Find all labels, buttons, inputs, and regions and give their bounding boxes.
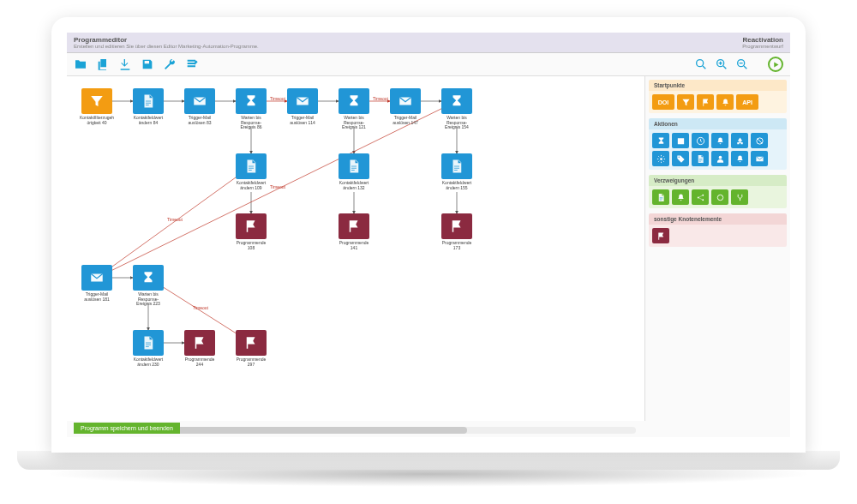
flag-icon [441, 213, 472, 239]
download-icon[interactable] [118, 57, 132, 71]
flag-icon [236, 213, 267, 239]
flow-node[interactable]: Programmende 141 [336, 213, 372, 250]
palette-mail-icon[interactable] [751, 151, 768, 166]
palette-group-title: Aktionen [649, 118, 787, 129]
file-icon [339, 153, 369, 179]
flow-node[interactable]: Trigger-Mail auslösen 147 [387, 88, 423, 125]
page-subtitle: Erstellen und editieren Sie über diesen … [74, 44, 259, 49]
svg-point-24 [660, 158, 662, 160]
node-label: Kontaktfeldwert ändern 109 [233, 181, 269, 190]
run-button[interactable] [768, 57, 783, 72]
node-label: Warten bis Response-Ereignis 223 [130, 292, 166, 307]
palette-bell-icon[interactable] [672, 189, 689, 205]
palette-tree-icon[interactable] [731, 133, 748, 148]
mail-icon [184, 88, 215, 114]
edge-label: Timeout [193, 305, 208, 310]
save-icon[interactable] [141, 57, 154, 71]
flow-node[interactable]: Trigger-Mail auslösen 114 [285, 88, 321, 125]
palette-clock-icon[interactable] [692, 133, 709, 148]
palette-split-icon[interactable] [731, 189, 748, 205]
palette-bell2-icon[interactable] [731, 151, 748, 166]
flow-node[interactable]: Programmende 244 [182, 330, 218, 367]
palette-bell-icon[interactable] [711, 133, 728, 148]
hourglass-icon [236, 88, 267, 114]
save-and-close-button[interactable]: Programm speichern und beenden [74, 423, 180, 434]
palette-funnel-icon[interactable] [677, 94, 694, 110]
palette-flag-icon[interactable] [652, 228, 669, 243]
folder-icon[interactable] [74, 57, 87, 71]
flow-node[interactable]: Programmende 297 [233, 330, 269, 367]
wrench-icon[interactable] [163, 57, 177, 71]
palette-sidebar: StartpunkteDOIAPIAktionenVerzweigungenso… [644, 76, 790, 421]
palette-share-icon[interactable] [692, 189, 709, 205]
flow-node[interactable]: Kontaktfeldwert ändern 84 [130, 88, 166, 125]
flag-icon [236, 330, 267, 356]
node-label: Trigger-Mail auslösen 147 [387, 116, 423, 125]
palette-ban-icon[interactable] [751, 133, 768, 148]
edge-label: Timeout [167, 217, 183, 222]
node-label: Warten bis Response-Ereignis 121 [336, 116, 372, 130]
flow-node[interactable]: Warten bis Response-Ereignis 154 [439, 88, 475, 130]
hourglass-icon [133, 265, 164, 291]
hourglass-icon [441, 88, 472, 114]
palette-group-green: Verzweigungen [649, 175, 787, 208]
svg-point-0 [697, 60, 704, 67]
palette-flag-icon[interactable] [697, 94, 714, 110]
flow-node[interactable]: Warten bis Response-Ereignis 223 [130, 265, 166, 307]
palette-calendar-icon[interactable] [672, 133, 689, 148]
flow-node[interactable]: Kontaktfeldwert ändern 230 [130, 330, 166, 367]
palette-gear-icon[interactable] [652, 151, 669, 166]
flow-node[interactable]: Kontaktfilterzugehörigkeit 40 [79, 88, 115, 125]
palette-api[interactable]: API [736, 94, 758, 110]
svg-point-27 [697, 196, 698, 198]
flow-node[interactable]: Trigger-Mail auslösen 181 [79, 265, 115, 302]
flow-node[interactable]: Trigger-Mail auslösen 83 [182, 88, 218, 125]
palette-bell-icon[interactable] [716, 94, 734, 110]
file-icon [133, 330, 164, 356]
hourglass-icon [339, 88, 369, 114]
svg-point-25 [678, 156, 679, 157]
svg-line-17 [97, 166, 251, 278]
file-icon [236, 153, 267, 179]
palette-group-blue: Aktionen [649, 118, 787, 170]
palette-file-icon[interactable] [692, 151, 709, 166]
zoom-reset-icon[interactable] [694, 57, 708, 71]
node-label: Warten bis Response-Ereignis 86 [233, 116, 269, 130]
flow-canvas[interactable]: Kontaktfilterzugehörigkeit 40Kontaktfeld… [67, 76, 644, 421]
node-label: Programmende 141 [336, 241, 372, 250]
palette-doi[interactable]: DOI [652, 94, 674, 110]
flow-node[interactable]: Kontaktfeldwert ändern 155 [439, 153, 475, 190]
palette-tag-icon[interactable] [672, 151, 689, 166]
mail-icon [287, 88, 318, 114]
node-label: Trigger-Mail auslösen 83 [182, 116, 218, 125]
flow-node[interactable]: Programmende 108 [233, 213, 269, 250]
program-name: Reactivation [742, 36, 783, 44]
zoom-out-icon[interactable] [735, 57, 749, 71]
node-label: Programmende 297 [233, 357, 269, 367]
svg-point-26 [718, 155, 722, 159]
palette-circle-icon[interactable] [711, 189, 728, 205]
palette-hourglass-icon[interactable] [652, 133, 669, 148]
flow-node[interactable]: Warten bis Response-Ereignis 121 [336, 88, 372, 130]
palette-file-icon[interactable] [652, 189, 669, 205]
flow-node[interactable]: Warten bis Response-Ereignis 86 [233, 88, 269, 130]
header: Programmeditor Erstellen und editieren S… [67, 33, 790, 53]
flow-node[interactable]: Kontaktfeldwert ändern 132 [336, 153, 372, 190]
palette-user-icon[interactable] [711, 151, 728, 166]
node-label: Trigger-Mail auslösen 114 [285, 116, 321, 125]
checklist-icon[interactable] [185, 57, 199, 71]
flow-node[interactable]: Programmende 173 [439, 213, 475, 250]
palette-group-red: sonstige Knotenelemente [649, 213, 787, 247]
node-label: Warten bis Response-Ereignis 154 [439, 116, 475, 130]
mail-icon [81, 265, 112, 291]
svg-point-28 [702, 194, 704, 195]
edge-label: Timeout [373, 96, 388, 101]
flow-node[interactable]: Kontaktfeldwert ändern 109 [233, 153, 269, 190]
flag-icon [184, 330, 215, 356]
copy-icon[interactable] [96, 57, 110, 71]
flag-icon [339, 213, 369, 239]
node-label: Kontaktfeldwert ändern 230 [130, 357, 166, 367]
toolbar [67, 53, 790, 76]
zoom-in-icon[interactable] [715, 57, 728, 71]
palette-group-title: Verzweigungen [649, 175, 787, 186]
